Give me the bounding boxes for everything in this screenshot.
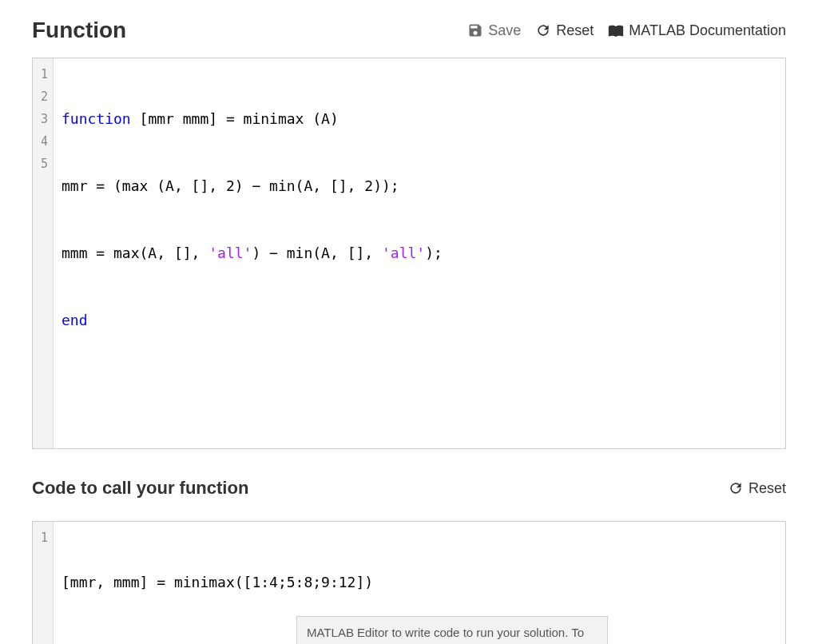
function-section-header: Function Save Reset MATLAB Documentation xyxy=(32,18,786,43)
caller-editor[interactable]: 1 [mmr, mmm] = minimax([1:4;5:8;9:12]) M… xyxy=(32,521,786,644)
book-icon xyxy=(608,22,624,38)
function-toolbar: Save Reset MATLAB Documentation xyxy=(467,22,786,39)
code-text: [mmr, mmm] = minimax([1:4;5:8;9:12]) xyxy=(62,574,373,590)
code-line xyxy=(62,376,777,399)
editor-tooltip: MATLAB Editor to write code to run your … xyxy=(296,616,608,644)
code-line: mmr = (max (A, [], 2) − min(A, [], 2)); xyxy=(62,175,777,197)
caller-reset-label: Reset xyxy=(749,480,786,497)
code-line: [mmr, mmm] = minimax([1:4;5:8;9:12]) xyxy=(62,571,777,594)
function-title: Function xyxy=(32,18,126,43)
string-literal: 'all' xyxy=(382,244,425,261)
string-literal: 'all' xyxy=(208,244,252,261)
caller-toolbar: Reset xyxy=(728,480,786,497)
docs-button[interactable]: MATLAB Documentation xyxy=(608,22,786,39)
reset-label: Reset xyxy=(556,22,594,39)
caller-reset-button[interactable]: Reset xyxy=(728,480,786,497)
save-icon xyxy=(467,22,483,38)
docs-label: MATLAB Documentation xyxy=(629,22,786,39)
code-line: function [mmr mmm] = minimax (A) xyxy=(62,108,777,130)
line-number: 3 xyxy=(36,108,48,130)
caller-section-header: Code to call your function Reset xyxy=(32,478,786,499)
function-code[interactable]: function [mmr mmm] = minimax (A) mmr = (… xyxy=(54,58,785,448)
reset-icon xyxy=(728,480,744,496)
line-number: 1 xyxy=(36,527,48,549)
function-gutter: 1 2 3 4 5 xyxy=(33,58,54,448)
code-line: mmm = max(A, [], 'all') − min(A, [], 'al… xyxy=(62,242,777,264)
function-editor[interactable]: 1 2 3 4 5 function [mmr mmm] = minimax (… xyxy=(32,58,786,449)
line-number: 5 xyxy=(36,153,48,175)
caller-title: Code to call your function xyxy=(32,478,248,499)
line-number: 4 xyxy=(36,130,48,153)
code-text: mmm = max(A, [], xyxy=(62,244,208,261)
caller-gutter: 1 xyxy=(33,522,54,644)
save-label: Save xyxy=(488,22,521,39)
save-button[interactable]: Save xyxy=(467,22,521,39)
reset-button[interactable]: Reset xyxy=(535,22,594,39)
code-line: end xyxy=(62,309,777,332)
code-text: [mmr mmm] = minimax (A) xyxy=(131,110,339,127)
code-text: mmr = (max (A, [], 2) − min(A, [], 2)); xyxy=(62,177,399,194)
keyword: function xyxy=(62,110,131,127)
line-number: 1 xyxy=(36,63,48,85)
code-text: ) − min(A, [], xyxy=(252,244,382,261)
line-number: 2 xyxy=(36,85,48,108)
keyword: end xyxy=(62,312,88,328)
reset-icon xyxy=(535,22,551,38)
code-text: ); xyxy=(425,244,443,261)
